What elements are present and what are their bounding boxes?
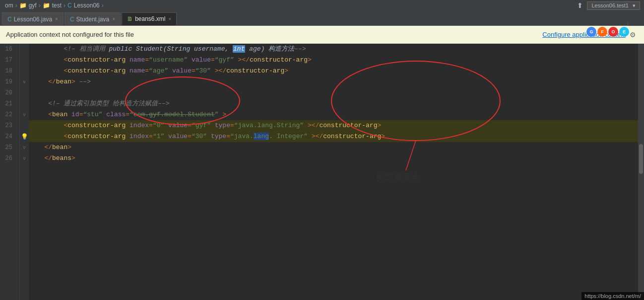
fold-arrow-22[interactable]: ▽ [23, 113, 26, 117]
gutter-16 [20, 44, 29, 55]
breadcrumb-bar: om › 📁 gyf › 📁 test › C Lesson06 › ⬆ Les… [0, 0, 644, 11]
line-num-17: 17 [0, 55, 15, 66]
tab-student-java-label: Student.java [76, 16, 110, 23]
notification-bar: Application context not configured for t… [0, 26, 644, 44]
code-line-24: <constructor-arg index=“1” value=“30” ty… [29, 131, 644, 142]
tab-lesson06-java[interactable]: C Lesson06.java × [2, 12, 64, 25]
xml-icon: 🗎 [127, 15, 133, 22]
nav-up-icon: ⬆ [577, 1, 583, 9]
chrome-icon: G [586, 27, 596, 37]
line-21-content: <!– 通过索引加类型 给构造方法赋值––> [33, 98, 170, 109]
code-line-20 [29, 87, 644, 98]
java-icon: C [7, 16, 12, 23]
vertical-scrollbar[interactable] [638, 44, 644, 300]
line-num-18: 18 [0, 66, 15, 76]
line-num-23: 23 [0, 120, 15, 131]
fold-arrow-19[interactable]: ▽ [23, 80, 26, 84]
gutter-26: ▽ [20, 153, 29, 164]
line-num-20: 20 [0, 87, 15, 98]
line-num-24: 24 [0, 131, 15, 142]
bulb-icon-24[interactable]: 💡 [21, 133, 28, 141]
breadcrumb-folder-test: 📁 [43, 2, 50, 9]
tab-beans6-xml-label: beans6.xml [135, 15, 165, 22]
run-config-dropdown[interactable]: Lesson06.test1 ▾ [587, 1, 640, 10]
run-config-label: Lesson06.test1 [591, 2, 629, 8]
code-line-17: <constructor-arg name=“username” value=“… [29, 55, 644, 66]
code-area: 16 17 18 19 20 21 22 23 24 25 26 ▽ ▽ 💡 ▽… [0, 44, 644, 300]
fold-arrow-25[interactable]: ▽ [23, 146, 26, 150]
code-line-18: <constructor-arg name=“age” value=“30” >… [29, 66, 644, 76]
ie-icon: E [619, 27, 629, 37]
gutter-22: ▽ [20, 109, 29, 120]
code-line-25: </bean> [29, 142, 644, 153]
tab-lesson06-java-close[interactable]: × [55, 16, 58, 22]
gutter-19: ▽ [20, 76, 29, 87]
line-17-content: <constructor-arg name=“username” value=“… [33, 55, 312, 66]
breadcrumb-test: test [52, 2, 62, 9]
line-26-content: </beans> [33, 153, 75, 164]
url-text: https://blog.csdn.net/m/ [584, 293, 641, 299]
gutter-18 [20, 66, 29, 76]
gutter-24: 💡 [20, 131, 29, 142]
breadcrumb-right: ⬆ Lesson06.test1 ▾ [576, 1, 640, 10]
breadcrumb-lesson06: Lesson06 [74, 2, 100, 9]
code-line-22: <bean id=“stu” class=“com.gyf.model.Stud… [29, 109, 644, 120]
firefox-icon: F [597, 27, 607, 37]
gutter-20 [20, 87, 29, 98]
notification-message: Application context not configured for t… [6, 31, 134, 38]
gutter-23 [20, 120, 29, 131]
tab-bar: C Lesson06.java × C Student.java × 🗎 bea… [0, 11, 644, 26]
gutter: ▽ ▽ 💡 ▽ ▽ [20, 44, 29, 300]
line-23-content: <constructor-arg index=“0” value=“gyf” t… [33, 120, 381, 131]
tab-student-java-close[interactable]: × [112, 16, 115, 22]
annotation-text: 类型要写全 [376, 172, 421, 182]
line-num-19: 19 [0, 76, 15, 87]
code-line-23: <constructor-arg index=“0” value=“gyf” t… [29, 120, 644, 131]
code-line-16: <!– 相当调用 public Student(String username,… [29, 44, 644, 55]
breadcrumb-om: om [5, 2, 13, 9]
line-25-content: </bean> [33, 142, 71, 153]
gear-icon[interactable]: ⚙ [630, 31, 636, 39]
line-19-content: </bean> ––> [33, 76, 91, 87]
tab-beans6-xml[interactable]: 🗎 beans6.xml × [122, 12, 177, 25]
run-config-dropdown-icon: ▾ [633, 2, 636, 9]
gutter-21 [20, 98, 29, 109]
tab-beans6-xml-close[interactable]: × [169, 16, 172, 22]
opera-icon: O [608, 27, 618, 37]
line-num-25: 25 [0, 142, 15, 153]
fold-arrow-26[interactable]: ▽ [23, 156, 26, 161]
code-line-19: </bean> ––> [29, 76, 644, 87]
line-16-content: <!– 相当调用 public Student(String username,… [33, 44, 306, 55]
line-num-16: 16 [0, 44, 15, 55]
line-num-21: 21 [0, 98, 15, 109]
code-content[interactable]: <!– 相当调用 public Student(String username,… [29, 44, 644, 300]
breadcrumb-folder-icon: 📁 [19, 2, 27, 9]
url-bar: https://blog.csdn.net/m/ [581, 292, 644, 300]
java-icon-2: C [70, 16, 74, 23]
tab-bar-container: C Lesson06.java × C Student.java × 🗎 bea… [0, 11, 644, 26]
line-18-content: <constructor-arg name=“age” value=“30” >… [33, 66, 288, 76]
browser-icons: G F O E [586, 27, 629, 37]
scrollbar-thumb[interactable] [639, 144, 643, 174]
gutter-25: ▽ [20, 142, 29, 153]
line-numbers: 16 17 18 19 20 21 22 23 24 25 26 [0, 44, 20, 300]
line-num-26: 26 [0, 153, 15, 164]
breadcrumb-class-icon: C [67, 2, 72, 9]
breadcrumb-gyf: gyf [29, 2, 37, 9]
tab-student-java[interactable]: C Student.java × [64, 12, 121, 25]
line-num-22: 22 [0, 109, 15, 120]
gutter-17 [20, 55, 29, 66]
code-line-21: <!– 通过索引加类型 给构造方法赋值––> [29, 98, 644, 109]
line-24-content: <constructor-arg index=“1” value=“30” ty… [33, 131, 385, 142]
tab-lesson06-java-label: Lesson06.java [14, 16, 52, 23]
line-22-content: <bean id=“stu” class=“com.gyf.model.Stud… [33, 109, 226, 120]
code-line-26: </beans> [29, 153, 644, 164]
